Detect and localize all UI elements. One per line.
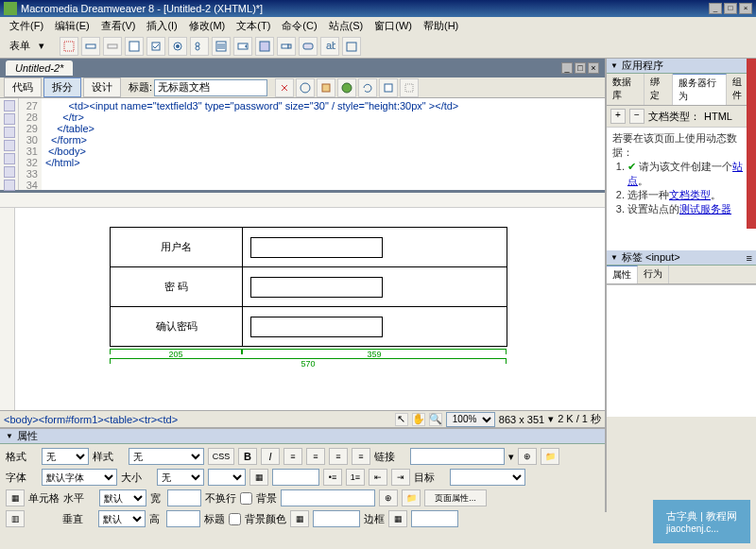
border-swatch[interactable]: ▦ [388,510,407,527]
browser-check-icon[interactable] [296,78,315,97]
label-confirm[interactable]: 确认密码 [111,307,243,347]
hiddenfield-icon[interactable] [103,37,122,56]
bgcolor-input[interactable] [313,510,360,527]
zoom-tool-icon[interactable]: 🔍 [429,413,442,426]
size-unit-select[interactable] [208,469,246,486]
link-doctype[interactable]: 文档类型 [669,189,711,200]
menu-window[interactable]: 窗口(W) [369,17,418,34]
menu-text[interactable]: 文本(T) [231,17,276,34]
format-select[interactable]: 无 [42,448,89,465]
textfield-icon[interactable] [81,37,100,56]
radio-icon[interactable] [168,37,187,56]
code-view-button[interactable]: 代码 [4,77,42,97]
cell-split-button[interactable]: ▥ [6,510,25,527]
code-tool-icon[interactable] [4,113,15,125]
align-center-button[interactable]: ≡ [306,448,325,465]
width-input[interactable] [167,489,201,506]
label-user[interactable]: 用户名 [111,228,243,267]
align-right-button[interactable]: ≡ [329,448,348,465]
document-tab[interactable]: Untitled-2* [6,60,73,76]
tab-behaviors[interactable]: 行为 [638,266,669,283]
menu-commands[interactable]: 命令(C) [276,17,322,34]
style-select[interactable]: 无 [129,448,204,465]
list-ol-button[interactable]: 1≡ [346,469,365,486]
split-view-button[interactable]: 拆分 [43,77,81,97]
code-pane[interactable]: 2728293031323334 <td><input name="textfi… [0,98,605,193]
app-panel-header[interactable]: ▼应用程序≡ [607,59,756,74]
code-text[interactable]: <td><input name="textfield3" type="passw… [42,98,605,190]
italic-button[interactable]: I [261,448,280,465]
hand-tool-icon[interactable]: ✋ [412,413,425,426]
size-select[interactable]: 无 [157,469,204,486]
button-icon[interactable] [299,37,318,56]
target-select[interactable] [450,469,525,486]
tab-server-behaviors[interactable]: 服务器行为 [673,74,727,105]
menu-edit[interactable]: 编辑(E) [49,17,95,34]
tab-attributes[interactable]: 属性 [607,266,638,283]
bold-button[interactable]: B [238,448,257,465]
color-input[interactable] [272,469,319,486]
height-input[interactable] [166,510,200,527]
collapse-icon[interactable]: ▼ [6,432,13,440]
collapse-icon[interactable]: ▼ [610,253,618,262]
header-checkbox[interactable] [229,513,241,525]
doc-close-button[interactable]: × [588,62,599,74]
minimize-button[interactable]: _ [709,3,722,14]
fieldset-icon[interactable] [342,37,361,56]
remove-button[interactable]: − [629,109,644,124]
radiogroup-icon[interactable] [190,37,209,56]
link-input[interactable] [410,448,505,465]
label-pwd[interactable]: 密 码 [111,267,243,307]
menu-file[interactable]: 文件(F) [4,17,49,34]
bg-input[interactable] [281,489,375,506]
confirm-input[interactable] [250,317,383,337]
outdent-button[interactable]: ⇤ [369,469,387,486]
validate-icon[interactable] [275,78,294,97]
checkbox-icon[interactable] [146,37,165,56]
tab-database[interactable]: 数据库 [607,74,644,105]
cell-user-input[interactable] [243,228,507,267]
doc-minimize-button[interactable]: _ [561,62,573,74]
valign-select[interactable]: 默认 [98,510,146,527]
color-swatch[interactable]: ▦ [249,469,268,486]
border-input[interactable] [411,510,458,527]
menu-site[interactable]: 站点(S) [323,17,369,34]
bg-point-icon[interactable]: ⊕ [379,489,398,506]
close-button[interactable]: × [739,3,752,14]
preview-icon[interactable] [337,78,356,97]
cell-confirm-input[interactable] [243,307,507,347]
tag-breadcrumbs[interactable]: <body><form#form1><table><tr><td> [4,414,178,425]
user-input[interactable] [250,237,383,258]
code-tool-icon[interactable] [4,166,15,178]
menu-help[interactable]: 帮助(H) [418,17,464,34]
tab-bindings[interactable]: 绑定 [644,74,674,105]
cell-merge-button[interactable]: ▦ [6,489,25,506]
design-pane[interactable]: 用户名 密 码 确认密码 205 359 570 [0,193,605,410]
nowrap-checkbox[interactable] [240,492,252,505]
link-testserver[interactable]: 测试服务器 [679,203,731,214]
form-table[interactable]: 用户名 密 码 确认密码 [110,227,507,347]
code-tool-icon[interactable] [4,180,15,191]
pointer-tool-icon[interactable]: ↖ [395,413,408,426]
window-size[interactable]: 863 x 351 [499,414,544,425]
browse-folder-icon[interactable]: 📁 [541,448,559,465]
filefield-icon[interactable] [277,37,296,56]
menu-modify[interactable]: 修改(M) [183,17,232,34]
visual-aids-icon[interactable] [400,78,419,97]
panel-menu-icon[interactable]: ≡ [747,252,752,264]
jumpmenu-icon[interactable] [233,37,252,56]
dropdown-icon[interactable]: ▾ [39,40,44,52]
tag-panel-body[interactable] [607,284,756,417]
css-button[interactable]: CSS [208,448,234,465]
cell-pwd-input[interactable] [243,267,507,307]
add-button[interactable]: + [610,109,626,124]
file-mgmt-icon[interactable] [317,78,335,97]
refresh-icon[interactable] [358,78,377,97]
point-to-file-icon[interactable]: ⊕ [518,448,537,465]
tag-panel-header[interactable]: ▼标签 <input>≡ [607,250,756,266]
code-tool-icon[interactable] [4,100,15,112]
properties-header[interactable]: ▼属性 [0,429,605,444]
imagefield-icon[interactable] [255,37,274,56]
indent-button[interactable]: ⇥ [391,469,410,486]
font-select[interactable]: 默认字体 [42,469,117,486]
